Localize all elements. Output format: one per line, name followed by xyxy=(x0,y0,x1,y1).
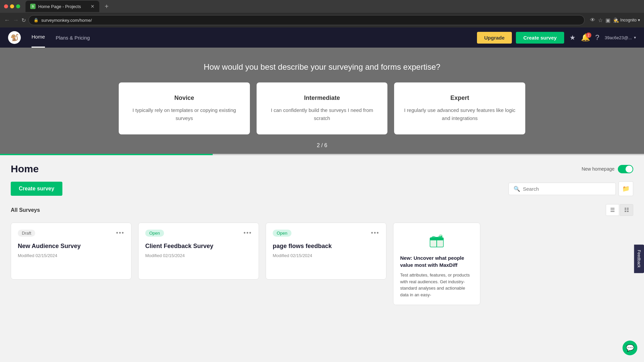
logo[interactable]: 🐒 xyxy=(8,31,21,44)
card-3-modified: Modified 02/15/2024 xyxy=(273,253,379,258)
notification-badge: 2 xyxy=(586,33,591,38)
tab-close-icon[interactable]: ✕ xyxy=(91,4,95,9)
reload-btn[interactable]: ↻ xyxy=(21,17,26,23)
chat-icon: 💬 xyxy=(626,344,634,352)
browser-tab[interactable]: S Home Page - Projects ✕ xyxy=(25,1,99,12)
lock-icon: 🔒 xyxy=(34,18,39,22)
survey-card-2[interactable]: Open ••• Client Feedback Survey Modified… xyxy=(138,223,259,280)
minimize-window-btn[interactable] xyxy=(10,4,14,8)
promo-panel[interactable]: ✦ New: Uncover what people value most wi… xyxy=(393,223,480,305)
star-btn[interactable]: ☆ xyxy=(598,17,603,23)
intermediate-title: Intermediate xyxy=(266,95,378,102)
chevron-down-icon: ▾ xyxy=(634,35,636,40)
incognito-label[interactable]: 🕵 Incognito ▾ xyxy=(613,17,640,23)
help-icon-btn[interactable]: ? xyxy=(594,32,601,43)
logo-icon: 🐒 xyxy=(10,34,19,42)
card-2-title: Client Feedback Survey xyxy=(145,243,252,250)
card-3-title: page flows feedback xyxy=(273,243,379,250)
main-nav: Home Plans & Pricing xyxy=(32,27,90,48)
back-btn[interactable]: ← xyxy=(4,17,10,24)
surveys-header-row: All Surveys ☰ ☷ xyxy=(11,204,633,216)
nav-plans-pricing[interactable]: Plans & Pricing xyxy=(56,27,90,48)
app-header: 🐒 Home Plans & Pricing Upgrade Create su… xyxy=(0,27,644,48)
feedback-btn[interactable]: Feedback xyxy=(634,244,644,273)
survey-card-3[interactable]: Open ••• page flows feedback Modified 02… xyxy=(266,223,386,280)
toggle-knob xyxy=(626,166,633,173)
card-2-header: Open ••• xyxy=(145,230,252,237)
create-survey-main-btn[interactable]: Create survey xyxy=(11,182,62,196)
expert-title: Expert xyxy=(404,95,516,102)
tab-favicon: S xyxy=(30,4,36,9)
address-text: surveymonkey.com/home/ xyxy=(41,18,92,23)
promo-description: Test attributes, features, or products w… xyxy=(400,272,473,298)
window-controls[interactable] xyxy=(4,4,20,8)
survey-card-1[interactable]: Draft ••• New Audience Survey Modified 0… xyxy=(11,223,131,280)
expert-description: I regularly use advanced survey features… xyxy=(404,106,516,122)
expertise-cards-container: Novice I typically rely on templates or … xyxy=(111,82,533,134)
upgrade-btn[interactable]: Upgrade xyxy=(477,32,512,44)
svg-rect-3 xyxy=(435,237,438,238)
sidebar-btn[interactable]: ▣ xyxy=(605,17,610,23)
search-input[interactable] xyxy=(523,186,611,192)
notification-btn[interactable]: 🔔 2 xyxy=(581,33,590,42)
promo-title: New: Uncover what people value most with… xyxy=(400,254,473,268)
open-badge-2: Open xyxy=(273,230,291,237)
homepage-toggle[interactable] xyxy=(618,165,633,173)
new-homepage-toggle-row: New homepage xyxy=(582,165,633,173)
user-menu[interactable]: 39ac6e23@... ▾ xyxy=(605,35,636,40)
intermediate-description: I can confidently build the surveys I ne… xyxy=(266,106,378,122)
home-header-row: Home New homepage xyxy=(11,163,633,175)
svg-text:✦: ✦ xyxy=(440,235,443,238)
list-view-btn[interactable]: ☰ xyxy=(606,204,619,216)
create-survey-header-btn[interactable]: Create survey xyxy=(516,32,564,44)
novice-description: I typically rely on templates or copying… xyxy=(128,106,240,122)
promo-icon: ✦ xyxy=(427,230,447,250)
address-bar[interactable]: 🔒 surveymonkey.com/home/ xyxy=(29,15,585,25)
new-tab-btn[interactable]: + xyxy=(102,3,111,10)
card-1-title: New Audience Survey xyxy=(18,243,124,250)
close-window-btn[interactable] xyxy=(4,4,8,8)
pagination: 2 / 6 xyxy=(317,142,327,154)
user-email: 39ac6e23@... xyxy=(605,35,632,40)
all-surveys-section: All Surveys ☰ ☷ Draft ••• New Audience S… xyxy=(11,204,633,305)
page-title: Home xyxy=(11,163,39,175)
open-badge-1: Open xyxy=(145,230,164,237)
card-2-menu-btn[interactable]: ••• xyxy=(244,230,252,237)
browser-navbar: ← → ↻ 🔒 surveymonkey.com/home/ 👁 ☆ ▣ 🕵 I… xyxy=(0,13,644,27)
search-bar[interactable]: 🔍 xyxy=(508,183,616,195)
actions-row: Create survey 🔍 📁 xyxy=(11,181,633,196)
expert-card[interactable]: Expert I regularly use advanced survey f… xyxy=(394,82,525,134)
folder-btn[interactable]: 📁 xyxy=(619,181,633,196)
chat-btn[interactable]: 💬 xyxy=(623,341,637,355)
new-homepage-label: New homepage xyxy=(582,166,614,172)
draft-badge: Draft xyxy=(18,230,35,237)
tab-title: Home Page - Projects xyxy=(38,4,88,9)
card-3-header: Open ••• xyxy=(273,230,379,237)
nav-home[interactable]: Home xyxy=(32,27,45,48)
card-3-menu-btn[interactable]: ••• xyxy=(371,230,379,237)
lower-area: Home New homepage Create survey 🔍 📁 xyxy=(0,155,644,362)
forward-btn[interactable]: → xyxy=(13,17,19,24)
novice-title: Novice xyxy=(128,95,240,102)
expertise-modal: How would you best describe your surveyi… xyxy=(0,48,644,154)
card-1-menu-btn[interactable]: ••• xyxy=(116,230,124,237)
intermediate-card[interactable]: Intermediate I can confidently build the… xyxy=(257,82,388,134)
expertise-question: How would you best describe your surveyi… xyxy=(204,62,440,72)
all-surveys-label: All Surveys xyxy=(11,207,40,213)
view-toggle: ☰ ☷ xyxy=(606,204,633,216)
grid-view-btn[interactable]: ☷ xyxy=(620,204,633,216)
maximize-window-btn[interactable] xyxy=(16,4,20,8)
survey-cards-container: Draft ••• New Audience Survey Modified 0… xyxy=(11,223,633,305)
incognito-eye-icon[interactable]: 👁 xyxy=(590,17,595,23)
grid-icon-btn[interactable]: ★ xyxy=(568,32,577,43)
novice-card[interactable]: Novice I typically rely on templates or … xyxy=(119,82,250,134)
search-icon: 🔍 xyxy=(514,186,520,192)
card-2-modified: Modified 02/15/2024 xyxy=(145,253,252,258)
card-1-header: Draft ••• xyxy=(18,230,124,237)
header-actions: Upgrade Create survey ★ 🔔 2 ? 39ac6e23@.… xyxy=(477,32,636,44)
card-1-modified: Modified 02/15/2024 xyxy=(18,253,124,258)
